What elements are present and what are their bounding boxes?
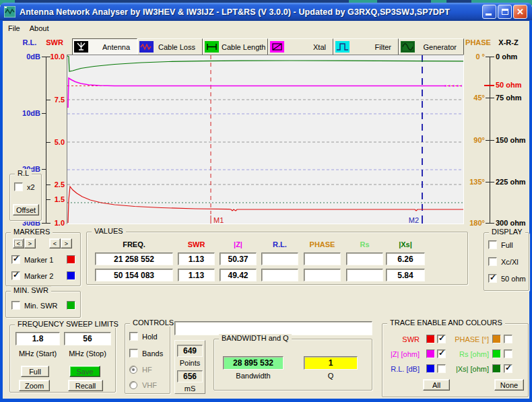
recall-button[interactable]: Recall [68,380,103,391]
values-cell-r1c5[interactable] [304,253,341,265]
trace-r-l-db-color-swatch [426,364,435,373]
sweep-stop-input[interactable]: 56 [64,332,111,345]
trace-z-ohm-label: |Z| [ohm] [383,350,420,358]
values-cell-r2c1[interactable]: 50 154 083 [95,269,173,281]
toolbar-button-xtal[interactable]: Xtal [268,38,333,55]
toolbar-button-cable-loss[interactable]: Cable Loss [137,38,203,55]
marker-nav-button-4[interactable]: > [61,238,72,248]
trace-rs-ohm-checkbox[interactable] [504,349,512,358]
rl-offset-panel: R.L x2 Offset [9,174,42,221]
ohm-tick [490,223,494,224]
right-axis: 0 °45°90°135°180°0 ohm50 ohm75 ohm150 oh… [465,54,532,228]
sweep-start-input[interactable]: 1.8 [15,332,60,345]
display-panel: DISPLAY FullXc/Xl✓50 ohm [484,232,529,291]
trace-z-ohm-checkbox-check: ✓ [438,348,445,358]
xrz-axis-header: X-R-Z [493,38,524,46]
toolbar-button-label: Filter [352,43,394,51]
trace-r-l-db-checkbox[interactable] [437,364,446,373]
maximize-button[interactable] [498,5,512,19]
maximize-icon [502,9,508,15]
trace-xs-ohm-checkbox-check: ✓ [505,363,512,372]
values-cell-r2c6[interactable] [346,269,383,281]
trace-xs-ohm-label: |Xs| [ohm] [447,365,489,373]
toolbar-button-generator[interactable]: Generator [399,38,464,55]
values-cell-r2c3[interactable]: 49.42 [220,269,257,281]
menu-item-file[interactable]: File [3,23,25,34]
display-50-ohm-checkbox[interactable]: ✓ [488,274,497,283]
phase-tick [486,98,490,98]
mode-toolbar: AntennaCable LossCable LengthXtalFilterG… [72,38,464,55]
values-cell-r2c5[interactable] [304,269,341,281]
values-cell-r1c6[interactable] [346,253,383,265]
toolbar-button-antenna[interactable]: Antenna [72,38,137,55]
bandwidth-value: 28 895 532 [223,356,284,370]
trace-rs-ohm-label: Rs [ohm] [447,350,489,358]
controls-hf-radio[interactable] [129,366,137,374]
toolbar-button-filter[interactable]: Filter [333,38,399,55]
trace-phase-checkbox[interactable] [504,335,512,343]
values-cell-r2c4[interactable] [261,269,298,281]
trace-enable-panel: TRACE ENABLE AND COLOURS All None SWR✓PH… [382,323,529,397]
ohm-tick-label: 300 ohm [496,219,531,228]
values-column-header-r-l: R.L. [261,240,298,248]
trace-z-ohm-checkbox[interactable]: ✓ [437,349,446,358]
values-cell-r1c7[interactable]: 6.26 [386,253,425,265]
values-cell-r1c4[interactable] [261,253,298,265]
menu-item-about[interactable]: About [25,23,54,34]
values-cell-r2c7[interactable]: 5.84 [386,269,425,281]
controls-hold-checkbox[interactable] [129,332,138,341]
controls-vhf-radio[interactable] [129,381,137,389]
controls-hold-label: Hold [142,333,158,341]
marker-2-label: Marker 2 [24,272,53,280]
zoom-button[interactable]: Zoom [19,380,50,391]
toolbar-button-label: Xtal [287,43,329,51]
titlebar[interactable]: Antenna Network Analyser by IW3HEV & IW3… [0,3,532,21]
left-axis-line [46,57,46,224]
display-full-checkbox[interactable] [488,240,497,249]
rl-x2-checkbox[interactable] [14,182,23,191]
menu-bar: FileAbout [3,22,53,34]
trace-swr-checkbox[interactable]: ✓ [437,335,446,343]
minimize-button[interactable] [482,5,496,19]
marker-nav-button-2[interactable]: > [24,238,36,248]
values-column-header-rs: Rs [346,240,383,248]
values-cell-r1c2[interactable]: 1.13 [178,253,215,265]
marker-nav-button-3[interactable]: < [49,238,61,248]
sweep-chart[interactable]: M1M2 [67,55,464,224]
min-swr-checkbox[interactable] [11,301,20,310]
cable-loss-icon [139,41,154,53]
trace-xs-ohm-checkbox[interactable]: ✓ [504,364,512,373]
full-button[interactable]: Full [21,366,49,377]
window-title: Antenna Network Analyser by IW3HEV & IW3… [20,7,450,17]
rl-tick-label: 0dB [12,53,40,61]
values-cell-r1c1[interactable]: 21 258 552 [95,253,173,265]
min-swr-label: Min. SWR [24,302,58,310]
display-xc-xl-checkbox[interactable] [488,257,497,266]
points-value: 649 [177,345,203,357]
ohm-tick-label: 50 ohm [496,81,531,90]
save-button[interactable]: Save [69,366,100,377]
toolbar-button-cable-length[interactable]: Cable Length [203,38,268,55]
display-full-label: Full [501,241,513,249]
rl-offset-title: R.L [15,169,32,177]
controls-bands-checkbox[interactable] [129,349,138,358]
marker-2-checkbox[interactable]: ✓ [11,271,20,280]
rl-axis-header: R.L. [18,38,42,46]
rl-tick [42,113,46,114]
offset-button[interactable]: Offset [13,204,39,215]
values-cell-r2c2[interactable]: 1.13 [178,269,215,281]
command-field[interactable] [174,321,372,335]
swr-tick-label: 5.0 [47,138,65,147]
q-label: Q [304,372,358,380]
marker-1-checkbox[interactable]: ✓ [11,255,20,264]
close-button[interactable]: ✕ [513,5,527,19]
values-cell-r1c3[interactable]: 50.37 [220,253,257,265]
trace-swr-checkbox-check: ✓ [438,333,445,343]
ohm-tick-label: 225 ohm [496,178,531,187]
all-button[interactable]: All [423,379,450,391]
trace-title: TRACE ENABLE AND COLOURS [387,319,505,327]
phase-tick [486,223,490,224]
rl-tick [42,223,46,224]
none-button[interactable]: None [494,379,524,391]
marker-nav-button-1[interactable]: < [13,238,24,248]
